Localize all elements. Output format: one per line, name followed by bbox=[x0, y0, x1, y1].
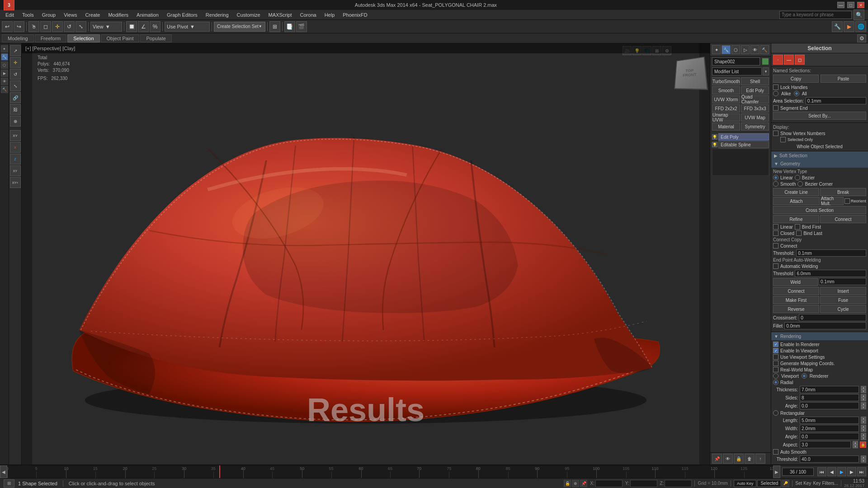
select-object-button[interactable]: 🖱 bbox=[28, 21, 39, 32]
selected-only-chk[interactable] bbox=[780, 137, 786, 142]
weld-val-input[interactable]: 0.1mm bbox=[819, 278, 866, 285]
pivot-dropdown[interactable]: Use Pivot ▼ bbox=[165, 22, 210, 32]
close-button[interactable]: ✕ bbox=[857, 2, 864, 8]
snap-toggle-button[interactable]: 🔲 bbox=[126, 21, 137, 32]
threshold-input[interactable]: 0.1mm bbox=[796, 249, 866, 257]
transform-icon[interactable]: ⊕ bbox=[572, 480, 579, 487]
menu-edit[interactable]: Edit bbox=[2, 11, 18, 19]
uvwxform-btn[interactable]: UVW Xform bbox=[712, 95, 740, 103]
bind-last-chk[interactable] bbox=[796, 230, 802, 236]
scene-button[interactable]: 🎬 bbox=[296, 21, 307, 32]
select-by-btn[interactable]: Select By... bbox=[773, 112, 866, 120]
modifier-list-arrow[interactable]: ▼ bbox=[763, 67, 769, 75]
menu-graph-editors[interactable]: Graph Editors bbox=[163, 11, 201, 19]
paste-sel-btn[interactable]: Paste bbox=[821, 75, 866, 83]
stack-editpoly-item[interactable]: Edit Poly bbox=[718, 133, 769, 141]
viewport-dropdown[interactable]: View ▼ bbox=[90, 22, 122, 32]
aspect-input[interactable]: 3.0 bbox=[800, 441, 851, 448]
tab-selection[interactable]: Selection bbox=[67, 34, 99, 42]
maximize-button[interactable]: □ bbox=[847, 2, 854, 8]
bind-tool[interactable]: ⊕ bbox=[10, 116, 21, 127]
angle2-input[interactable]: 0.0 bbox=[800, 433, 859, 440]
soft-selection-header[interactable]: ▶ Soft Selection bbox=[771, 151, 868, 160]
angle2-down[interactable]: ▼ bbox=[861, 436, 866, 440]
show-vertex-numbers-chk[interactable] bbox=[773, 131, 778, 136]
play-btn[interactable]: ▶ bbox=[837, 467, 846, 476]
reverse-btn[interactable]: Reverse bbox=[773, 305, 819, 313]
weld-btn[interactable]: Weld bbox=[773, 278, 818, 286]
use-viewport-settings-chk[interactable] bbox=[773, 354, 778, 360]
threshold2-input[interactable]: 6.0mm bbox=[795, 270, 866, 277]
break-btn[interactable]: Break bbox=[820, 188, 866, 196]
symmetry-btn[interactable]: Symmetry bbox=[741, 122, 769, 131]
snap-icon[interactable]: 📌 bbox=[580, 480, 587, 487]
prev-frame-btn[interactable]: ◀ bbox=[827, 467, 836, 476]
smooth-threshold-input[interactable]: 40.0 bbox=[800, 455, 859, 463]
environment-button[interactable]: 🌐 bbox=[855, 21, 866, 32]
sides-up[interactable]: ▲ bbox=[861, 394, 866, 398]
refine-btn[interactable]: Refine bbox=[773, 215, 819, 223]
viewport[interactable]: [+] [Perspective] [Clay] bbox=[22, 43, 710, 465]
xy2-btn[interactable]: XY bbox=[10, 165, 21, 176]
material-btn[interactable]: Material bbox=[712, 122, 740, 131]
sides-input[interactable]: 8 bbox=[800, 394, 859, 401]
all-radio[interactable] bbox=[794, 91, 799, 96]
menu-modifiers[interactable]: Modifiers bbox=[104, 11, 132, 19]
width-input[interactable]: 2.0mm bbox=[800, 425, 859, 432]
enable-viewport-chk[interactable]: ✓ bbox=[773, 348, 778, 353]
named-sel-button[interactable]: ⊞ bbox=[269, 21, 280, 32]
menu-create[interactable]: Create bbox=[81, 11, 104, 19]
sel-vertex-icon[interactable]: · bbox=[773, 55, 783, 65]
ffd3x3x3-btn[interactable]: FFD 3x3x3 bbox=[741, 104, 769, 113]
z-axis-btn[interactable]: Z bbox=[10, 154, 21, 164]
select-region-button[interactable]: ◻ bbox=[40, 21, 51, 32]
smooth-threshold-down[interactable]: ▼ bbox=[861, 459, 866, 463]
menu-views[interactable]: Views bbox=[60, 11, 80, 19]
ffd2x2x2-btn[interactable]: FFD 2x2x2 bbox=[712, 104, 740, 113]
angle-snap-button[interactable]: ∠ bbox=[138, 21, 149, 32]
rotate-button[interactable]: ↺ bbox=[64, 21, 75, 32]
radial-radio[interactable] bbox=[773, 380, 778, 385]
menu-maxscript[interactable]: MAXScript bbox=[265, 11, 296, 19]
y-input[interactable] bbox=[630, 480, 657, 487]
angle-down[interactable]: ▼ bbox=[861, 406, 866, 409]
nav-cube[interactable]: TOPFRONT bbox=[674, 57, 705, 89]
move-tool[interactable]: ✛ bbox=[10, 57, 21, 68]
render-setup-button[interactable]: 🔧 bbox=[832, 21, 843, 32]
redo-button[interactable]: ↪ bbox=[14, 21, 24, 32]
tab-object-paint[interactable]: Object Paint bbox=[101, 34, 140, 42]
bezier-radio[interactable] bbox=[795, 175, 800, 180]
editpoly-btn[interactable]: Edit Poly bbox=[741, 86, 769, 94]
smooth-threshold-up[interactable]: ▲ bbox=[861, 455, 866, 459]
menu-tools[interactable]: Tools bbox=[19, 11, 38, 19]
thickness-up[interactable]: ▲ bbox=[861, 386, 866, 389]
rectangular-radio[interactable] bbox=[773, 410, 778, 416]
fillet-input[interactable]: 0.0mm bbox=[784, 322, 866, 329]
timeline-next-btn[interactable]: ▶ bbox=[773, 465, 780, 478]
unlink-tool[interactable]: ⛓ bbox=[10, 104, 21, 115]
connect-chk[interactable] bbox=[773, 243, 778, 249]
create-selection-button[interactable]: Create Selection Set ▼ bbox=[214, 22, 265, 32]
timeline-prev-btn[interactable]: ◀ bbox=[0, 465, 7, 478]
linear-chk[interactable] bbox=[773, 224, 778, 230]
reorient-chk[interactable] bbox=[844, 198, 850, 204]
insert-btn[interactable]: Insert bbox=[820, 287, 866, 295]
create-icon[interactable]: ✦ bbox=[1, 45, 8, 52]
menu-animation[interactable]: Animation bbox=[133, 11, 162, 19]
hierarchy-panel-icon[interactable]: ⬡ bbox=[731, 45, 740, 54]
lock-icon[interactable]: 🔓 bbox=[564, 480, 571, 487]
cycle-btn[interactable]: Cycle bbox=[820, 305, 866, 313]
render-button[interactable]: ▶ bbox=[844, 21, 854, 32]
mod-del-icon[interactable]: 🗑 bbox=[745, 454, 755, 464]
length-input[interactable]: 5.0mm bbox=[800, 417, 859, 424]
generate-mapping-chk[interactable] bbox=[773, 361, 778, 366]
copy-sel-btn[interactable]: Copy bbox=[773, 75, 819, 83]
search-input[interactable] bbox=[779, 11, 852, 19]
turbosmooth-btn[interactable]: TurboSmooth bbox=[712, 77, 740, 85]
width-down[interactable]: ▼ bbox=[861, 428, 866, 432]
stack-bulb-editpoly[interactable]: 💡 bbox=[712, 134, 717, 140]
shape-color-swatch[interactable] bbox=[762, 58, 769, 65]
utility-icon[interactable]: 🔨 bbox=[1, 86, 8, 93]
rotate-tool[interactable]: ↺ bbox=[10, 69, 21, 80]
menu-customize[interactable]: Customize bbox=[233, 11, 264, 19]
